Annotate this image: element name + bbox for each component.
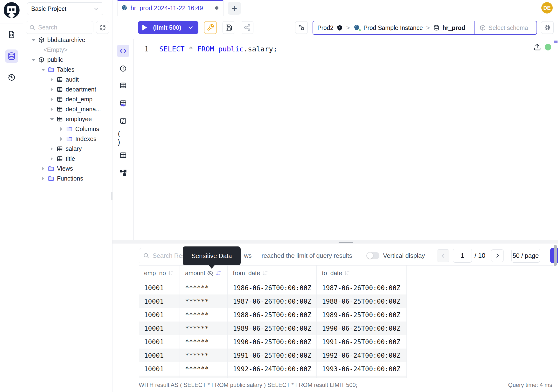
share-button[interactable] xyxy=(241,21,253,34)
cell-from_date[interactable]: 1989-06-25T00:00:00Z xyxy=(227,322,317,335)
caret-right-icon[interactable] xyxy=(41,177,45,181)
tree-item-views[interactable]: Views xyxy=(23,164,113,174)
connection-button[interactable] xyxy=(295,21,308,34)
caret-right-icon[interactable] xyxy=(50,107,53,111)
cell-amount[interactable]: ****** xyxy=(180,322,227,335)
caret-right-icon[interactable] xyxy=(59,137,63,141)
splitter-grip[interactable] xyxy=(339,241,353,243)
cell-to_date[interactable]: 1989-06-25T00:00:00Z xyxy=(317,308,407,322)
cell-emp_no[interactable]: 10001 xyxy=(139,335,180,348)
cell-to_date[interactable]: 1994-06-24T00:00:00Z xyxy=(317,375,407,378)
database-nav-button[interactable] xyxy=(5,50,18,63)
tree-item-title[interactable]: title xyxy=(23,154,113,164)
caret-down-icon[interactable] xyxy=(31,58,35,62)
tree-item--empty-[interactable]: <Empty> xyxy=(23,45,113,55)
cell-empty[interactable] xyxy=(407,322,553,335)
schema-selector[interactable]: Select schema xyxy=(474,21,537,34)
table-row[interactable]: 10001******1991-06-25T00:00:00Z1992-06-2… xyxy=(139,348,553,362)
tree-item-dept-mana-[interactable]: dept_mana... xyxy=(23,104,113,114)
page-size-select[interactable]: 50 / page xyxy=(511,249,540,263)
cell-amount[interactable]: ****** xyxy=(180,335,227,348)
connection-breadcrumb[interactable]: Prod2 > Prod Sample Instance > hr_prod S… xyxy=(313,21,537,35)
table-panel-button[interactable] xyxy=(117,79,129,92)
cell-empty[interactable] xyxy=(407,295,553,308)
caret-right-icon[interactable] xyxy=(50,157,53,161)
cell-empty[interactable] xyxy=(407,362,553,375)
tree-item-department[interactable]: department xyxy=(23,85,113,94)
tree-item-audit[interactable]: audit xyxy=(23,75,113,85)
column-header-emp_no[interactable]: emp_no xyxy=(139,266,180,281)
upload-sheet-button[interactable] xyxy=(533,43,541,51)
table-row[interactable]: 10001******1987-06-26T00:00:00Z1988-06-2… xyxy=(139,295,553,308)
table-row[interactable]: 10001******1992-06-24T00:00:00Z1993-06-2… xyxy=(139,362,553,375)
caret-right-icon[interactable] xyxy=(59,127,63,131)
save-button[interactable] xyxy=(223,21,235,34)
column-header-empty[interactable] xyxy=(407,266,553,281)
cell-empty[interactable] xyxy=(407,375,553,378)
schema-search[interactable] xyxy=(26,21,93,34)
ai-assistant-button[interactable] xyxy=(541,21,554,34)
info-panel-button[interactable] xyxy=(117,62,129,75)
sql-editor[interactable]: 1 SELECT * FROM public.salary; xyxy=(134,39,558,240)
cell-to_date[interactable]: 1991-06-25T00:00:00Z xyxy=(317,335,407,348)
cell-empty[interactable] xyxy=(407,335,553,348)
column-header-to_date[interactable]: to_date xyxy=(317,266,407,281)
breadcrumb[interactable]: Prod2 > Prod Sample Instance > hr_prod xyxy=(313,21,474,34)
caret-down-icon[interactable] xyxy=(31,38,35,42)
cell-emp_no[interactable]: 10001 xyxy=(139,281,180,295)
chevron-down-icon[interactable] xyxy=(187,24,194,31)
next-page-button[interactable] xyxy=(491,249,504,262)
panel-splitter[interactable] xyxy=(113,240,558,244)
external-table-panel-button[interactable] xyxy=(117,149,129,161)
tree-item-functions[interactable]: Functions xyxy=(23,174,113,183)
cell-to_date[interactable]: 1990-06-25T00:00:00Z xyxy=(317,322,407,335)
tree-item-salary[interactable]: salary xyxy=(23,144,113,154)
sort-icon[interactable] xyxy=(215,270,221,276)
grid-scrollbar[interactable] xyxy=(554,245,557,266)
cell-from_date[interactable]: 1993-06-24T00:00:00Z xyxy=(227,375,317,378)
cell-from_date[interactable]: 1991-06-25T00:00:00Z xyxy=(227,348,317,362)
bytebase-logo[interactable] xyxy=(4,2,19,18)
tree-item-public[interactable]: public xyxy=(23,55,113,65)
cell-amount[interactable]: ****** xyxy=(180,362,227,375)
new-tab-button[interactable]: + xyxy=(228,2,241,15)
worksheet-nav-button[interactable] xyxy=(5,28,18,41)
cell-from_date[interactable]: 1990-06-25T00:00:00Z xyxy=(227,335,317,348)
caret-right-icon[interactable] xyxy=(50,147,53,151)
cell-empty[interactable] xyxy=(407,308,553,322)
sort-icon[interactable] xyxy=(344,270,350,276)
table-row[interactable]: 10001******1993-06-24T00:00:00Z1994-06-2… xyxy=(139,375,553,378)
tree-item-dept-emp[interactable]: dept_emp xyxy=(23,94,113,104)
cell-to_date[interactable]: 1993-06-24T00:00:00Z xyxy=(317,362,407,375)
sort-icon[interactable] xyxy=(168,270,174,276)
caret-down-icon[interactable] xyxy=(50,117,53,121)
tree-item-bbdataarchive[interactable]: bbdataarchive xyxy=(23,35,113,45)
cell-empty[interactable] xyxy=(407,281,553,295)
caret-down-icon[interactable] xyxy=(41,68,45,72)
schema-diagram-button[interactable] xyxy=(117,166,129,179)
refresh-button[interactable] xyxy=(96,21,109,34)
prev-page-button[interactable] xyxy=(437,249,449,262)
tree-item-employee[interactable]: employee xyxy=(23,114,113,124)
functions-panel-button[interactable] xyxy=(117,115,129,127)
format-sql-button[interactable] xyxy=(204,21,217,34)
table-row[interactable]: 10001******1986-06-26T00:00:00Z1987-06-2… xyxy=(139,281,553,295)
cell-emp_no[interactable]: 10001 xyxy=(139,295,180,308)
cell-amount[interactable]: ****** xyxy=(180,308,227,322)
cell-amount[interactable]: ****** xyxy=(180,281,227,295)
cell-from_date[interactable]: 1992-06-24T00:00:00Z xyxy=(227,362,317,375)
vertical-display-toggle[interactable] xyxy=(366,252,379,259)
sort-icon[interactable] xyxy=(262,270,268,276)
caret-right-icon[interactable] xyxy=(50,97,53,101)
procedures-panel-button[interactable]: ( ) xyxy=(117,132,129,144)
column-header-amount[interactable]: amount xyxy=(180,266,227,281)
table-row[interactable]: 10001******1988-06-25T00:00:00Z1989-06-2… xyxy=(139,308,553,322)
masked-data-panel-button[interactable] xyxy=(117,97,129,110)
table-row[interactable]: 10001******1989-06-25T00:00:00Z1990-06-2… xyxy=(139,322,553,335)
cell-to_date[interactable]: 1988-06-25T00:00:00Z xyxy=(317,295,407,308)
cell-emp_no[interactable]: 10001 xyxy=(139,322,180,335)
run-query-button[interactable]: (limit 500) xyxy=(138,21,198,34)
search-input[interactable] xyxy=(38,24,90,31)
tree-item-indexes[interactable]: Indexes xyxy=(23,134,113,144)
cell-amount[interactable]: ****** xyxy=(180,348,227,362)
